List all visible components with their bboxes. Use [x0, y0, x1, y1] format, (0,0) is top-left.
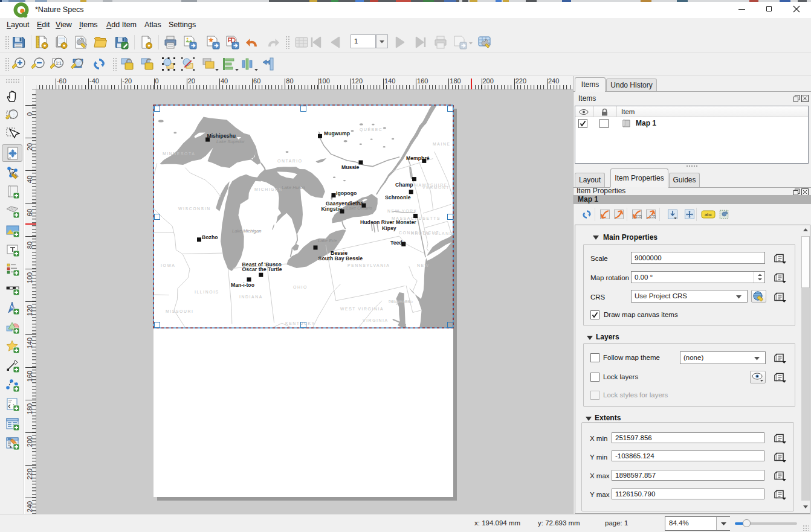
svg-text:1:23: 1:23: [636, 216, 642, 219]
svg-text:1:1: 1:1: [56, 61, 62, 65]
svg-text:abc: abc: [705, 212, 712, 217]
svg-text:N: N: [10, 305, 13, 309]
svg-text:1:23: 1:23: [650, 216, 656, 219]
